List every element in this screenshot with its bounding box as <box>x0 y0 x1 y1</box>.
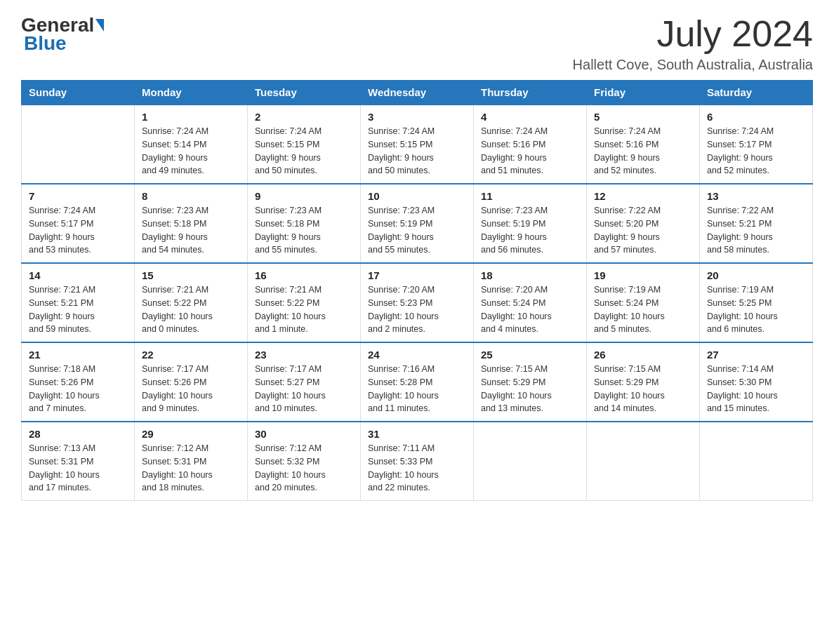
logo-blue-text: Blue <box>24 32 67 54</box>
calendar-cell: 11Sunrise: 7:23 AM Sunset: 5:19 PM Dayli… <box>474 184 587 263</box>
day-info: Sunrise: 7:15 AM Sunset: 5:29 PM Dayligh… <box>481 363 579 415</box>
day-info: Sunrise: 7:23 AM Sunset: 5:19 PM Dayligh… <box>481 204 579 257</box>
day-info: Sunrise: 7:20 AM Sunset: 5:24 PM Dayligh… <box>481 283 579 336</box>
day-info: Sunrise: 7:22 AM Sunset: 5:21 PM Dayligh… <box>707 204 805 257</box>
title-block: July 2024 Hallett Cove, South Australia,… <box>573 14 813 73</box>
day-info: Sunrise: 7:12 AM Sunset: 5:32 PM Dayligh… <box>255 442 353 495</box>
logo: General Blue <box>21 14 105 55</box>
day-number: 4 <box>481 111 579 123</box>
location-title: Hallett Cove, South Australia, Australia <box>573 57 813 73</box>
calendar-cell: 9Sunrise: 7:23 AM Sunset: 5:18 PM Daylig… <box>248 184 361 263</box>
day-number: 20 <box>707 269 805 281</box>
day-info: Sunrise: 7:12 AM Sunset: 5:31 PM Dayligh… <box>142 442 240 495</box>
day-number: 27 <box>707 349 805 361</box>
calendar-cell: 13Sunrise: 7:22 AM Sunset: 5:21 PM Dayli… <box>700 184 813 263</box>
day-number: 21 <box>29 349 127 361</box>
calendar-table: SundayMondayTuesdayWednesdayThursdayFrid… <box>21 80 813 501</box>
day-number: 22 <box>142 349 240 361</box>
day-number: 10 <box>368 190 466 202</box>
calendar-cell: 7Sunrise: 7:24 AM Sunset: 5:17 PM Daylig… <box>22 184 135 263</box>
calendar-cell: 15Sunrise: 7:21 AM Sunset: 5:22 PM Dayli… <box>135 263 248 342</box>
logo-arrow-icon <box>95 19 104 32</box>
calendar-cell: 10Sunrise: 7:23 AM Sunset: 5:19 PM Dayli… <box>361 184 474 263</box>
day-number: 17 <box>368 269 466 281</box>
calendar-cell: 22Sunrise: 7:17 AM Sunset: 5:26 PM Dayli… <box>135 342 248 422</box>
calendar-week-row: 28Sunrise: 7:13 AM Sunset: 5:31 PM Dayli… <box>22 422 813 501</box>
calendar-cell <box>700 422 813 501</box>
day-info: Sunrise: 7:16 AM Sunset: 5:28 PM Dayligh… <box>368 363 466 415</box>
day-number: 12 <box>594 190 692 202</box>
day-number: 14 <box>29 269 127 281</box>
calendar-cell: 26Sunrise: 7:15 AM Sunset: 5:29 PM Dayli… <box>587 342 700 422</box>
calendar-cell: 24Sunrise: 7:16 AM Sunset: 5:28 PM Dayli… <box>361 342 474 422</box>
day-number: 30 <box>255 428 353 440</box>
calendar-cell: 1Sunrise: 7:24 AM Sunset: 5:14 PM Daylig… <box>135 105 248 184</box>
day-number: 24 <box>368 349 466 361</box>
calendar-cell: 23Sunrise: 7:17 AM Sunset: 5:27 PM Dayli… <box>248 342 361 422</box>
day-number: 6 <box>707 111 805 123</box>
day-number: 1 <box>142 111 240 123</box>
calendar-week-row: 21Sunrise: 7:18 AM Sunset: 5:26 PM Dayli… <box>22 342 813 422</box>
day-info: Sunrise: 7:24 AM Sunset: 5:16 PM Dayligh… <box>481 125 579 177</box>
calendar-cell: 12Sunrise: 7:22 AM Sunset: 5:20 PM Dayli… <box>587 184 700 263</box>
calendar-cell: 30Sunrise: 7:12 AM Sunset: 5:32 PM Dayli… <box>248 422 361 501</box>
day-number: 5 <box>594 111 692 123</box>
weekday-header-saturday: Saturday <box>700 81 813 105</box>
calendar-cell <box>22 105 135 184</box>
day-number: 15 <box>142 269 240 281</box>
calendar-cell <box>474 422 587 501</box>
day-info: Sunrise: 7:21 AM Sunset: 5:22 PM Dayligh… <box>142 283 240 336</box>
day-info: Sunrise: 7:17 AM Sunset: 5:26 PM Dayligh… <box>142 363 240 415</box>
day-info: Sunrise: 7:13 AM Sunset: 5:31 PM Dayligh… <box>29 442 127 495</box>
day-number: 29 <box>142 428 240 440</box>
day-info: Sunrise: 7:23 AM Sunset: 5:19 PM Dayligh… <box>368 204 466 257</box>
day-number: 28 <box>29 428 127 440</box>
day-info: Sunrise: 7:24 AM Sunset: 5:15 PM Dayligh… <box>368 125 466 177</box>
calendar-header-row: SundayMondayTuesdayWednesdayThursdayFrid… <box>22 81 813 105</box>
calendar-cell: 19Sunrise: 7:19 AM Sunset: 5:24 PM Dayli… <box>587 263 700 342</box>
calendar-cell: 16Sunrise: 7:21 AM Sunset: 5:22 PM Dayli… <box>248 263 361 342</box>
day-info: Sunrise: 7:20 AM Sunset: 5:23 PM Dayligh… <box>368 283 466 336</box>
calendar-cell: 27Sunrise: 7:14 AM Sunset: 5:30 PM Dayli… <box>700 342 813 422</box>
calendar-week-row: 14Sunrise: 7:21 AM Sunset: 5:21 PM Dayli… <box>22 263 813 342</box>
day-info: Sunrise: 7:24 AM Sunset: 5:16 PM Dayligh… <box>594 125 692 177</box>
calendar-cell: 14Sunrise: 7:21 AM Sunset: 5:21 PM Dayli… <box>22 263 135 342</box>
calendar-cell: 18Sunrise: 7:20 AM Sunset: 5:24 PM Dayli… <box>474 263 587 342</box>
day-info: Sunrise: 7:24 AM Sunset: 5:15 PM Dayligh… <box>255 125 353 177</box>
calendar-cell: 3Sunrise: 7:24 AM Sunset: 5:15 PM Daylig… <box>361 105 474 184</box>
day-info: Sunrise: 7:23 AM Sunset: 5:18 PM Dayligh… <box>255 204 353 257</box>
calendar-cell <box>587 422 700 501</box>
page-header: General Blue July 2024 Hallett Cove, Sou… <box>21 14 813 73</box>
calendar-cell: 4Sunrise: 7:24 AM Sunset: 5:16 PM Daylig… <box>474 105 587 184</box>
day-number: 9 <box>255 190 353 202</box>
day-number: 19 <box>594 269 692 281</box>
day-number: 23 <box>255 349 353 361</box>
day-info: Sunrise: 7:24 AM Sunset: 5:17 PM Dayligh… <box>29 204 127 257</box>
calendar-week-row: 1Sunrise: 7:24 AM Sunset: 5:14 PM Daylig… <box>22 105 813 184</box>
weekday-header-tuesday: Tuesday <box>248 81 361 105</box>
day-info: Sunrise: 7:19 AM Sunset: 5:25 PM Dayligh… <box>707 283 805 336</box>
calendar-cell: 20Sunrise: 7:19 AM Sunset: 5:25 PM Dayli… <box>700 263 813 342</box>
day-number: 31 <box>368 428 466 440</box>
day-number: 2 <box>255 111 353 123</box>
day-info: Sunrise: 7:23 AM Sunset: 5:18 PM Dayligh… <box>142 204 240 257</box>
weekday-header-sunday: Sunday <box>22 81 135 105</box>
day-number: 7 <box>29 190 127 202</box>
day-info: Sunrise: 7:17 AM Sunset: 5:27 PM Dayligh… <box>255 363 353 415</box>
day-info: Sunrise: 7:22 AM Sunset: 5:20 PM Dayligh… <box>594 204 692 257</box>
day-number: 13 <box>707 190 805 202</box>
calendar-cell: 29Sunrise: 7:12 AM Sunset: 5:31 PM Dayli… <box>135 422 248 501</box>
weekday-header-wednesday: Wednesday <box>361 81 474 105</box>
day-info: Sunrise: 7:14 AM Sunset: 5:30 PM Dayligh… <box>707 363 805 415</box>
calendar-cell: 25Sunrise: 7:15 AM Sunset: 5:29 PM Dayli… <box>474 342 587 422</box>
day-info: Sunrise: 7:21 AM Sunset: 5:21 PM Dayligh… <box>29 283 127 336</box>
day-number: 8 <box>142 190 240 202</box>
calendar-cell: 5Sunrise: 7:24 AM Sunset: 5:16 PM Daylig… <box>587 105 700 184</box>
calendar-cell: 17Sunrise: 7:20 AM Sunset: 5:23 PM Dayli… <box>361 263 474 342</box>
calendar-cell: 2Sunrise: 7:24 AM Sunset: 5:15 PM Daylig… <box>248 105 361 184</box>
calendar-cell: 6Sunrise: 7:24 AM Sunset: 5:17 PM Daylig… <box>700 105 813 184</box>
day-info: Sunrise: 7:11 AM Sunset: 5:33 PM Dayligh… <box>368 442 466 495</box>
weekday-header-monday: Monday <box>135 81 248 105</box>
calendar-cell: 31Sunrise: 7:11 AM Sunset: 5:33 PM Dayli… <box>361 422 474 501</box>
day-info: Sunrise: 7:24 AM Sunset: 5:14 PM Dayligh… <box>142 125 240 177</box>
